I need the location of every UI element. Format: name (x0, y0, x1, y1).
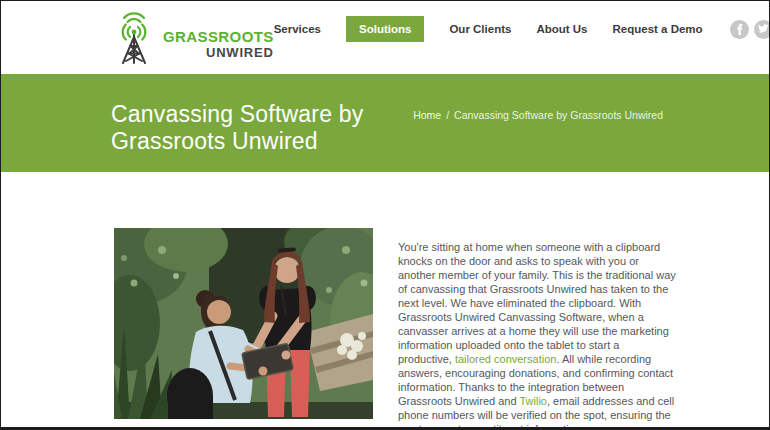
hero-banner: Canvassing Software by Grassroots Unwire… (1, 74, 769, 172)
hero-photo (114, 228, 373, 419)
webpage: GRASSROOTS UNWIRED Services Solutions Ou… (0, 0, 770, 430)
breadcrumb-separator: / (446, 109, 449, 121)
nav-item-solutions[interactable]: Solutions (346, 16, 424, 42)
breadcrumb-home-link[interactable]: Home (413, 109, 441, 121)
article-paragraph: You're sitting at home when someone with… (398, 240, 676, 430)
main-nav: Services Solutions Our Clients About Us … (274, 16, 703, 42)
header-right: Services Solutions Our Clients About Us … (274, 16, 770, 42)
twitter-icon[interactable] (754, 20, 770, 39)
tailored-conversation-link[interactable]: tailored conversation (455, 353, 557, 365)
site-logo[interactable]: GRASSROOTS UNWIRED (109, 12, 274, 64)
social-links (730, 20, 770, 39)
nav-item-about-us[interactable]: About Us (536, 23, 587, 35)
brand-line2: UNWIRED (163, 46, 274, 59)
main-content: You're sitting at home when someone with… (1, 172, 769, 430)
radio-tower-icon (109, 12, 159, 64)
article-text: You're sitting at home when someone with… (398, 241, 676, 365)
site-header: GRASSROOTS UNWIRED Services Solutions Ou… (1, 1, 769, 74)
facebook-icon[interactable] (730, 20, 749, 39)
nav-item-request-a-demo[interactable]: Request a Demo (613, 23, 703, 35)
nav-item-services[interactable]: Services (274, 23, 321, 35)
brand-name: GRASSROOTS UNWIRED (163, 29, 274, 59)
breadcrumb-current: Canvassing Software by Grassroots Unwire… (454, 109, 663, 121)
twilio-link[interactable]: Twilio (519, 395, 547, 407)
nav-item-our-clients[interactable]: Our Clients (449, 23, 511, 35)
brand-line1: GRASSROOTS (163, 29, 274, 44)
breadcrumb: Home/Canvassing Software by Grassroots U… (413, 109, 663, 172)
page-title: Canvassing Software by Grassroots Unwire… (111, 101, 363, 172)
